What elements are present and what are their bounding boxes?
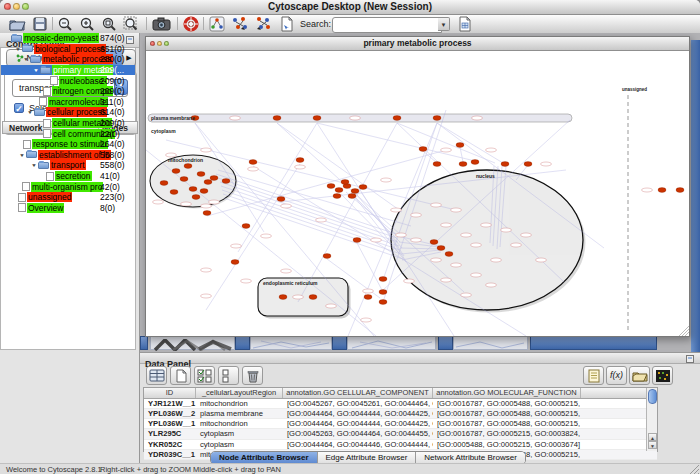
background-window-fragment — [332, 336, 347, 350]
network-window-title: primary metabolic process — [146, 37, 689, 50]
network-canvas[interactable]: plasma membrane cytoplasm mitochondrion … — [146, 50, 689, 336]
tree-item-label: Overview — [27, 203, 64, 213]
scroll-down-icon[interactable]: ▼ — [648, 441, 657, 449]
zoom-fit-icon[interactable] — [123, 16, 139, 32]
tree-item[interactable]: macromolecule311(0) — [1, 97, 135, 108]
folder-icon — [30, 56, 41, 63]
column-header[interactable]: annotation.GO MOLECULAR_FUNCTION — [433, 388, 581, 398]
folder-icon — [26, 151, 37, 158]
table-row[interactable]: YKR052Ccytoplasm[GO:0044464, GO:0044446,… — [144, 440, 657, 450]
network-overview-icon[interactable] — [209, 16, 225, 32]
endoplasmic-reticulum-label: endoplasmic reticulum — [263, 280, 318, 286]
matrix-icon[interactable] — [652, 366, 673, 385]
file-icon — [18, 203, 26, 212]
column-header[interactable]: _cellularLayoutRegion — [196, 388, 283, 398]
zoom-in-icon[interactable] — [79, 16, 95, 32]
window-resize-grip[interactable] — [679, 326, 689, 336]
expand-arrow-icon[interactable]: ▼ — [22, 57, 30, 62]
zoom-selected-icon[interactable] — [101, 16, 117, 32]
tree-item[interactable]: response to stimulu264(0) — [1, 139, 135, 150]
expand-arrow-icon[interactable]: ▼ — [14, 46, 22, 51]
table-row[interactable]: YPL036W__1mitochondrion[GO:0044464, GO:0… — [144, 419, 657, 429]
expand-arrow-icon[interactable]: ▼ — [30, 163, 38, 168]
unselect-attributes-icon[interactable] — [218, 366, 239, 385]
tree-item[interactable]: cellular metabo209(0) — [1, 118, 135, 129]
network-window-titlebar[interactable]: primary metabolic process — [146, 37, 689, 51]
search-input[interactable] — [332, 17, 442, 33]
column-header[interactable]: ID — [144, 388, 196, 398]
table-column-headers[interactable]: ID _cellularLayoutRegion annotation.GO C… — [144, 388, 657, 399]
region-shapes — [148, 95, 628, 332]
tree-item[interactable]: nucleobase-209(0) — [1, 75, 135, 86]
network-view-window[interactable]: primary metabolic process — [145, 36, 690, 337]
attribute-table: ID _cellularLayoutRegion annotation.GO C… — [143, 387, 658, 452]
tree-item[interactable]: ▼metabolic process280(0) — [1, 54, 135, 65]
data-panel: Data Panel f(x) ID _cellularLayoutRegion… — [140, 352, 700, 463]
unassigned-label: unassigned — [622, 87, 647, 92]
expand-arrow-icon[interactable]: ▼ — [26, 110, 34, 115]
node-count: 209(0) — [100, 76, 125, 86]
table-row[interactable]: YPL036W__2plasma membrane[GO:0044464, GO… — [144, 409, 657, 419]
annotation-doc-icon[interactable] — [280, 16, 294, 32]
column-header[interactable] — [581, 388, 644, 398]
tree-item[interactable]: unassigned223(0) — [1, 192, 135, 203]
network-tree: mosaic-demo-yeast874(0) ▼biological_proc… — [0, 33, 136, 350]
zoom-out-icon[interactable] — [57, 16, 73, 32]
cytoplasm-label: cytoplasm — [151, 128, 176, 134]
tree-item[interactable]: ▼cellular process614(0) — [1, 107, 135, 118]
node-count: 311(0) — [100, 97, 124, 107]
window-resize-grip[interactable] — [689, 465, 699, 474]
file-icon — [50, 76, 58, 85]
save-icon[interactable] — [32, 16, 48, 32]
tree-item-label: multi-organism pro — [31, 182, 103, 192]
import-folder-icon[interactable] — [629, 366, 650, 385]
layout-nodes-icon[interactable] — [231, 16, 249, 32]
node-count: 223(0) — [100, 192, 125, 202]
node-count: 874(0) — [100, 33, 125, 43]
tree-item[interactable]: ▼establishment of lo558(0) — [1, 150, 135, 161]
expand-arrow-icon[interactable]: ▼ — [18, 152, 26, 157]
new-attribute-icon[interactable] — [170, 366, 191, 385]
scrollbar-thumb[interactable] — [648, 389, 657, 404]
table-scrollbar[interactable]: ▲ ▼ — [646, 388, 657, 451]
tree-item[interactable]: ▼transport558(0) — [1, 160, 135, 171]
tree-item[interactable]: multi-organism pro42(0) — [1, 181, 135, 192]
folder-icon — [40, 67, 51, 74]
tree-item[interactable]: secretion41(0) — [1, 171, 135, 182]
float-panel-icon[interactable] — [686, 355, 694, 363]
scroll-up-icon[interactable]: ▲ — [648, 433, 657, 441]
delete-attribute-icon[interactable] — [242, 366, 263, 385]
tree-item[interactable]: cell communicat22(0) — [1, 128, 135, 139]
file-icon — [43, 119, 51, 128]
background-network-thumbnail — [151, 339, 234, 351]
column-header[interactable]: annotation.GO CELLULAR_COMPONENT — [283, 388, 433, 398]
snapshot-icon[interactable] — [152, 16, 172, 32]
tree-item[interactable]: Overview8(0) — [1, 203, 135, 214]
node-count: 280(0) — [100, 54, 125, 64]
mitochondrion-label: mitochondrion — [168, 157, 203, 163]
background-window-fragment — [347, 336, 436, 350]
select-attributes-icon[interactable] — [194, 366, 215, 385]
node-count: 209(... — [100, 65, 124, 75]
tree-item-label: transport — [50, 160, 86, 170]
node-count: 558(0) — [100, 150, 125, 160]
tree-item[interactable]: nitrogen compo209(0) — [1, 86, 135, 97]
table-row[interactable]: YJR121W__1mitochondrion[GO:0045267, GO:0… — [144, 399, 657, 409]
window-titlebar[interactable]: Cytoscape Desktop (New Session) — [0, 0, 700, 15]
folder-icon — [38, 162, 49, 169]
function-builder-icon[interactable]: f(x) — [606, 366, 627, 385]
open-icon[interactable] — [8, 16, 26, 32]
tree-item-selected[interactable]: ▼primary metabo209(... — [1, 65, 135, 76]
tree-item[interactable]: mosaic-demo-yeast874(0) — [1, 33, 135, 44]
expand-arrow-icon[interactable]: ▼ — [32, 68, 40, 73]
tree-item[interactable]: ▼biological_process651(0) — [1, 44, 135, 55]
table-row[interactable]: YLR295Ccytoplasm[GO:0045263, GO:0044464,… — [144, 429, 657, 439]
tree-item-label: biological_process — [34, 44, 106, 54]
import-table-icon[interactable] — [458, 16, 473, 32]
help-ring-icon[interactable] — [183, 16, 199, 32]
layout-nodes-alt-icon[interactable] — [255, 16, 273, 32]
attribute-table-icon[interactable] — [146, 366, 167, 385]
notepad-icon[interactable] — [583, 366, 604, 385]
search-dropdown-icon[interactable]: ▼ — [438, 17, 450, 31]
background-window-titlebar — [530, 336, 657, 350]
